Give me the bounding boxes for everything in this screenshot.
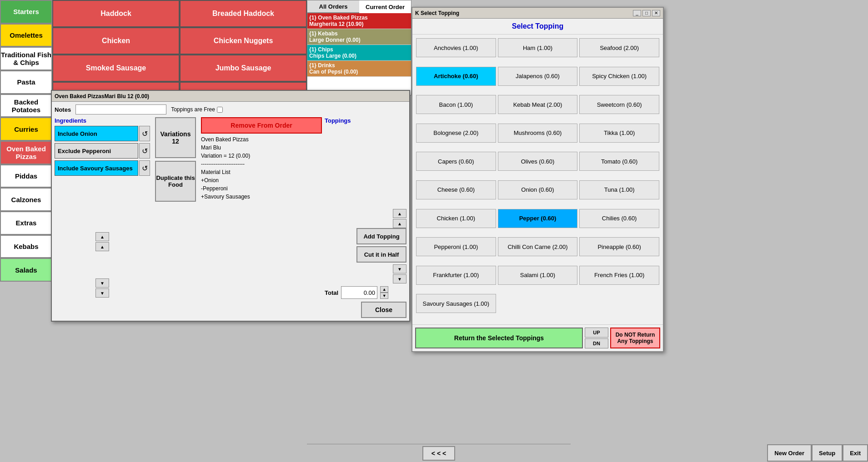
topping-item[interactable]: Sweetcorn (0.60) (579, 95, 659, 114)
topping-item[interactable]: Frankfurter (1.00) (416, 266, 496, 285)
topping-item[interactable]: Kebab Meat (2.00) (498, 95, 578, 114)
topping-item[interactable]: Anchovies (1.00) (416, 38, 496, 57)
topping-item[interactable]: Artichoke (0.60) (416, 67, 496, 86)
food-item-haddock[interactable]: Haddock (52, 0, 180, 27)
order-items-list: {1} Oven Baked Pizzas Margherita 12 (10.… (307, 13, 411, 77)
topping-item[interactable]: Bacon (1.00) (416, 95, 496, 114)
topping-item[interactable]: French Fries (1.00) (579, 266, 659, 285)
order-item[interactable]: {1} Oven Baked Pizzas Margherita 12 (10.… (307, 13, 411, 29)
topping-item[interactable]: Jalapenos (0.60) (498, 67, 578, 86)
remove-from-order-button[interactable]: Remove From Order (201, 117, 322, 134)
sidebar-item-starters[interactable]: Starters (0, 0, 52, 24)
exit-button[interactable]: Exit (843, 444, 868, 462)
ingredient-button[interactable]: Exclude Pepperoni (55, 143, 138, 159)
sidebar-item-pasta[interactable]: Pasta (0, 70, 52, 94)
topping-item[interactable]: Tomato (0.60) (579, 152, 659, 171)
maximize-button[interactable]: □ (642, 10, 651, 16)
topping-item[interactable]: Pepper (0.60) (498, 209, 578, 228)
topping-item[interactable]: Onion (0.60) (498, 180, 578, 199)
notes-input[interactable] (75, 104, 166, 114)
topping-scroll-up[interactable]: ▲ (393, 209, 406, 218)
total-label: Total (325, 289, 338, 296)
cut-in-half-button[interactable]: Cut it in Half (356, 246, 406, 263)
setup-button[interactable]: Setup (812, 444, 843, 462)
tab-all-orders[interactable]: All Orders (307, 0, 359, 13)
close-topping-dialog-button[interactable]: ✕ (652, 10, 660, 16)
close-dialog-button[interactable]: Close (361, 302, 406, 318)
topping-scroll-down2[interactable]: ▼ (393, 274, 406, 283)
topping-item[interactable]: Tuna (1.00) (579, 180, 659, 199)
topping-item[interactable]: Pineapple (0.60) (579, 237, 659, 256)
order-item[interactable]: {1} Chips Chips Large (0.00) (307, 45, 411, 61)
ingredient-swap-button[interactable]: ↺ (139, 126, 150, 141)
sidebar-item-kebabs[interactable]: Kebabs (0, 235, 52, 258)
food-dialog-title: Oven Baked PizzasMari Blu 12 (0.00) (55, 93, 149, 99)
duplicate-food-button[interactable]: Duplicate this Food (155, 161, 196, 202)
topping-item[interactable]: Chicken (1.00) (416, 209, 496, 228)
scroll-up-btn2[interactable]: ▲ (95, 242, 109, 251)
order-item[interactable]: {1} Drinks Can of Pepsi (0.00) (307, 61, 411, 77)
food-item-chicken-nuggets[interactable]: Chicken Nuggets (180, 27, 307, 55)
tab-current-order[interactable]: Current Order (359, 0, 411, 13)
topping-item[interactable]: Cheese (0.60) (416, 180, 496, 199)
topping-item[interactable]: Pepperoni (1.00) (416, 237, 496, 256)
ingredient-item: Include Onion↺ (55, 126, 150, 141)
topping-bottom-bar: Return the Selected Toppings UP DN Do NO… (412, 324, 663, 351)
food-item-jumbo-sausage[interactable]: Jumbo Sausage (180, 55, 307, 82)
topping-item[interactable]: Spicy Chicken (1.00) (579, 67, 659, 86)
food-item-chicken[interactable]: Chicken (52, 27, 180, 55)
ingredient-swap-button[interactable]: ↺ (139, 143, 150, 159)
topping-up-button[interactable]: UP (585, 328, 608, 338)
topping-item[interactable]: Chilies (0.60) (579, 209, 659, 228)
topping-item[interactable]: Olives (0.60) (498, 152, 578, 171)
topping-item[interactable]: Salami (1.00) (498, 266, 578, 285)
sidebar-item-calzones[interactable]: Calzones (0, 188, 52, 211)
topping-item[interactable]: Tikka (1.00) (579, 124, 659, 143)
food-order-dialog: Oven Baked PizzasMari Blu 12 (0.00) Note… (51, 90, 410, 322)
order-info-text: Oven Baked Pizzas Mari Blu Variation = 1… (201, 135, 322, 318)
sidebar-item-traditional-fish-&-chips[interactable]: Traditional Fish & Chips (0, 47, 52, 70)
sidebar-item-piddas[interactable]: Piddas (0, 164, 52, 188)
minimize-button[interactable]: _ (633, 10, 641, 16)
ingredients-list: Include Onion↺Exclude Pepperoni↺Include … (55, 126, 150, 178)
sidebar-item-curries[interactable]: Curries (0, 117, 52, 141)
topping-item[interactable]: Savoury Sausages (1.00) (416, 294, 496, 313)
topping-item[interactable]: Capers (0.60) (416, 152, 496, 171)
notes-label: Notes (55, 106, 71, 113)
return-selected-toppings-button[interactable]: Return the Selected Toppings (415, 328, 583, 348)
topping-scroll-up2[interactable]: ▲ (393, 219, 406, 228)
topping-dn-button[interactable]: DN (585, 338, 608, 348)
sidebar-item-omelettes[interactable]: Omelettes (0, 24, 52, 47)
variations-box[interactable]: Variations 12 (155, 117, 196, 158)
topping-item[interactable]: Bolognese (2.00) (416, 124, 496, 143)
toppings-list (325, 126, 406, 207)
toppings-free-checkbox[interactable] (217, 107, 223, 113)
toppings-label: Toppings (325, 117, 406, 124)
topping-item[interactable]: Mushrooms (0.60) (498, 124, 578, 143)
ingredient-button[interactable]: Include Onion (55, 126, 138, 141)
bottom-navigation-bar: < < < (307, 444, 571, 462)
sidebar-item-extras[interactable]: Extras (0, 211, 52, 235)
ingredient-swap-button[interactable]: ↺ (139, 160, 150, 176)
food-item-breaded-haddock[interactable]: Breaded Haddock (180, 0, 307, 27)
no-return-toppings-button[interactable]: Do NOT Return Any Toppings (610, 328, 660, 348)
topping-item[interactable]: Chilli Con Carne (2.00) (498, 237, 578, 256)
scroll-down-btn[interactable]: ▼ (95, 278, 109, 288)
nav-back-button[interactable]: < < < (422, 446, 455, 461)
total-input[interactable] (341, 286, 377, 299)
topping-item[interactable]: Ham (1.00) (498, 38, 578, 57)
new-order-button[interactable]: New Order (767, 444, 812, 462)
add-topping-button[interactable]: Add Topping (356, 228, 406, 244)
total-increment-button[interactable]: ▲ (380, 286, 388, 293)
scroll-down-btn2[interactable]: ▼ (95, 288, 109, 298)
order-item[interactable]: {1} Kebabs Large Donner (0.00) (307, 29, 411, 45)
food-item-smoked-sausage[interactable]: Smoked Sausage (52, 55, 180, 82)
total-decrement-button[interactable]: ▼ (380, 293, 388, 299)
sidebar-item-oven-baked-pizzas[interactable]: Oven Baked Pizzas (0, 141, 52, 164)
ingredient-button[interactable]: Include Savoury Sausages (55, 160, 138, 176)
topping-scroll-down[interactable]: ▼ (393, 264, 406, 273)
sidebar-item-salads[interactable]: Salads (0, 258, 52, 282)
scroll-up-btn[interactable]: ▲ (95, 232, 109, 241)
sidebar-item-backed-potatoes[interactable]: Backed Potatoes (0, 94, 52, 118)
topping-item[interactable]: Seafood (2.00) (579, 38, 659, 57)
